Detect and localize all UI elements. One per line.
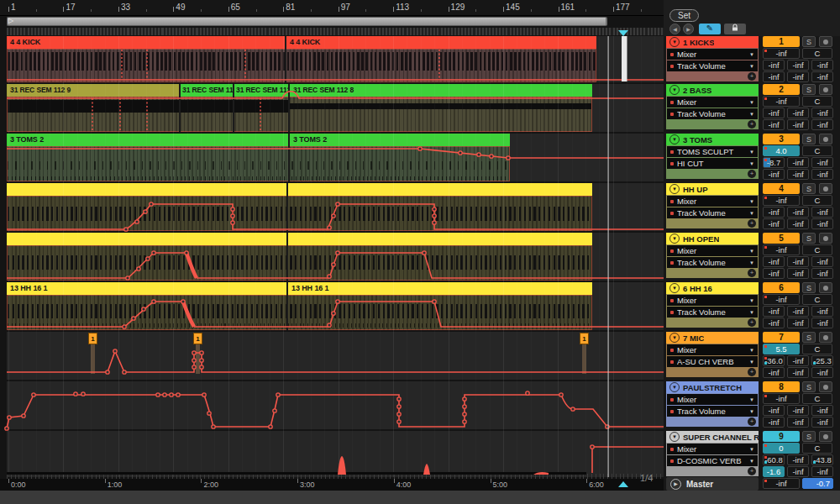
track-number-badge[interactable]: 7 bbox=[763, 332, 800, 343]
send-value[interactable]: -inf bbox=[811, 157, 833, 168]
chevron-down-icon[interactable]: ▾ bbox=[669, 134, 680, 144]
volume-value[interactable]: 4.0 bbox=[763, 145, 800, 156]
send-value[interactable]: -inf bbox=[763, 268, 785, 279]
device-chooser[interactable]: Mixer ▼ bbox=[667, 245, 758, 256]
chevron-down-icon[interactable]: ▾ bbox=[669, 234, 680, 244]
solo-button[interactable]: S bbox=[802, 84, 816, 95]
volume-value[interactable]: -inf bbox=[763, 294, 800, 305]
song-position-marker-top[interactable] bbox=[618, 30, 628, 36]
device-chooser[interactable]: Mixer ▼ bbox=[667, 196, 758, 207]
send-value[interactable]: -inf bbox=[787, 405, 809, 416]
send-value[interactable]: -inf bbox=[787, 256, 809, 267]
arm-button[interactable] bbox=[819, 233, 832, 244]
plus-icon[interactable]: + bbox=[748, 72, 756, 81]
arm-button[interactable] bbox=[819, 381, 832, 392]
automation-param-chooser[interactable]: Track Volume ▼ bbox=[667, 406, 758, 417]
send-value[interactable]: -inf bbox=[787, 207, 809, 218]
send-value[interactable]: -inf bbox=[811, 108, 833, 118]
send-value[interactable]: -inf bbox=[811, 71, 833, 82]
plus-icon[interactable]: + bbox=[748, 467, 756, 475]
arm-button[interactable] bbox=[819, 134, 832, 144]
device-chooser[interactable]: Mixer ▼ bbox=[667, 49, 758, 60]
device-chooser[interactable]: TOMS SCULPT ▼ bbox=[667, 146, 758, 157]
send-value[interactable]: -inf bbox=[787, 454, 809, 465]
solo-button[interactable]: S bbox=[802, 381, 816, 392]
chevron-down-icon[interactable]: ▾ bbox=[669, 283, 680, 293]
send-value[interactable]: -inf bbox=[811, 417, 833, 428]
master-level-value[interactable]: -inf bbox=[763, 478, 800, 489]
send-value[interactable]: -inf bbox=[811, 256, 833, 267]
send-value[interactable]: -inf bbox=[763, 108, 785, 118]
playhead[interactable] bbox=[608, 36, 609, 477]
automation-param-chooser[interactable]: A-SU CH VERB ▼ bbox=[667, 356, 758, 367]
pan-value[interactable]: C bbox=[802, 344, 832, 354]
send-value[interactable]: -inf bbox=[763, 405, 785, 416]
arm-button[interactable] bbox=[819, 332, 832, 343]
arm-button[interactable] bbox=[819, 183, 832, 194]
insert-marker[interactable] bbox=[622, 36, 627, 81]
send-value[interactable]: -60.8 bbox=[763, 454, 785, 465]
scrub-area[interactable] bbox=[7, 28, 664, 35]
volume-value[interactable]: -inf bbox=[763, 393, 800, 404]
plus-icon[interactable]: + bbox=[748, 318, 756, 327]
pan-value[interactable]: C bbox=[802, 145, 832, 156]
master-track-header[interactable]: ▶ Master bbox=[666, 477, 759, 491]
automation-param-chooser[interactable]: Track Volume ▼ bbox=[667, 60, 758, 71]
arm-button[interactable] bbox=[819, 36, 832, 47]
track-number-badge[interactable]: 2 bbox=[763, 84, 800, 95]
chevron-down-icon[interactable]: ▾ bbox=[669, 37, 680, 47]
nudge-right-button[interactable]: ▶ bbox=[683, 24, 694, 34]
send-value[interactable]: -inf bbox=[787, 417, 809, 428]
pan-value[interactable]: C bbox=[802, 96, 832, 107]
send-value[interactable]: -inf bbox=[787, 218, 809, 229]
device-chooser[interactable]: Mixer ▼ bbox=[667, 444, 758, 454]
track-header[interactable]: ▾ HH OPEN bbox=[666, 233, 759, 244]
track-number-badge[interactable]: 1 bbox=[763, 36, 800, 47]
send-value[interactable]: -inf bbox=[763, 119, 785, 130]
send-value[interactable]: -inf bbox=[811, 405, 833, 416]
send-value[interactable]: -1.6 bbox=[763, 466, 785, 477]
send-value[interactable]: -inf bbox=[787, 306, 809, 317]
send-value[interactable]: -inf bbox=[763, 318, 785, 328]
send-value[interactable]: -36.0 bbox=[763, 355, 785, 366]
send-value[interactable]: -inf bbox=[787, 268, 809, 279]
pan-value[interactable]: C bbox=[802, 294, 832, 305]
send-value[interactable]: -inf bbox=[763, 256, 785, 267]
arrangement-overview-bar[interactable]: ▷ bbox=[7, 17, 607, 26]
volume-value[interactable]: -inf bbox=[763, 96, 800, 107]
nudge-left-button[interactable]: ◀ bbox=[669, 24, 680, 34]
send-value[interactable]: -inf bbox=[811, 306, 833, 317]
send-value[interactable]: -inf bbox=[787, 355, 809, 366]
chevron-down-icon[interactable]: ▾ bbox=[669, 85, 680, 95]
set-button[interactable]: Set bbox=[669, 9, 699, 22]
send-value[interactable]: -inf bbox=[811, 119, 833, 130]
automation-lines[interactable] bbox=[7, 50, 664, 473]
send-value[interactable]: -inf bbox=[787, 108, 809, 118]
track-header[interactable]: ▾ SUPER CHANNEL REC bbox=[666, 431, 759, 443]
pan-value[interactable]: C bbox=[802, 244, 832, 255]
song-position-marker-bottom[interactable] bbox=[618, 481, 628, 487]
send-value[interactable]: -inf bbox=[763, 306, 785, 317]
send-value[interactable]: -inf bbox=[763, 71, 785, 82]
solo-button[interactable]: S bbox=[802, 233, 816, 244]
plus-icon[interactable]: + bbox=[748, 219, 756, 228]
track-header[interactable]: ▾ 1 KICKS bbox=[666, 36, 759, 48]
send-value[interactable]: -inf bbox=[787, 318, 809, 328]
beat-time-ruler[interactable]: 1173349658197113129145161177 bbox=[0, 0, 664, 16]
track-header[interactable]: ▾ 6 HH 16 bbox=[666, 282, 759, 294]
send-value[interactable]: -inf bbox=[811, 60, 833, 71]
send-value[interactable]: -inf bbox=[787, 71, 809, 82]
send-value[interactable]: -inf bbox=[811, 318, 833, 328]
send-value[interactable]: -inf bbox=[763, 169, 785, 180]
track-header[interactable]: ▾ 7 MIC bbox=[666, 332, 759, 344]
plus-icon[interactable]: + bbox=[748, 170, 756, 178]
arm-button[interactable] bbox=[819, 282, 832, 293]
send-value[interactable]: -43.8 bbox=[811, 454, 833, 465]
track-number-badge[interactable]: 4 bbox=[763, 183, 800, 194]
automation-param-chooser[interactable]: Track Volume ▼ bbox=[667, 207, 758, 218]
solo-button[interactable]: S bbox=[802, 282, 816, 293]
draw-mode-button[interactable]: ✎ bbox=[699, 24, 721, 34]
send-value[interactable]: -inf bbox=[787, 60, 809, 71]
solo-button[interactable]: S bbox=[802, 431, 816, 442]
track-number-badge[interactable]: 3 bbox=[763, 134, 800, 144]
